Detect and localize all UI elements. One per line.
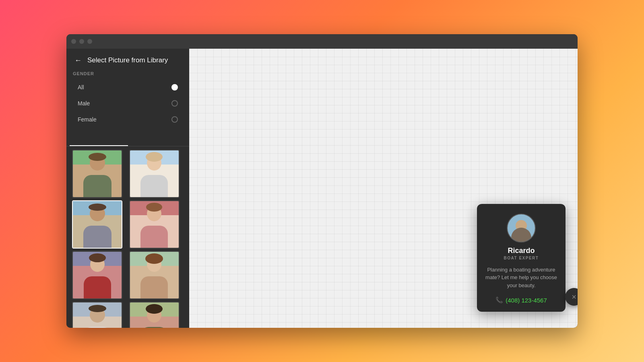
- filter-male-label: Male: [78, 100, 90, 107]
- photo-item-1[interactable]: [72, 150, 122, 198]
- photos-grid: [66, 150, 189, 328]
- back-button[interactable]: ←: [73, 56, 83, 65]
- profile-phone[interactable]: 📞 (408) 123-4567: [495, 296, 547, 304]
- photo-item-5[interactable]: [72, 251, 122, 299]
- photo-item-6[interactable]: [129, 251, 180, 299]
- filter-female[interactable]: Female: [73, 112, 183, 127]
- profile-role: BOAT EXPERT: [504, 256, 539, 260]
- filter-section: GENDER All Male Female: [66, 71, 189, 133]
- sidebar-title: Select Picture from Library: [87, 56, 168, 64]
- title-bar: [66, 34, 578, 49]
- phone-icon: 📞: [495, 296, 503, 304]
- filter-all-label: All: [78, 84, 84, 90]
- close-fab-button[interactable]: ×: [565, 288, 578, 306]
- window-body: ← Select Picture from Library GENDER All…: [66, 49, 578, 328]
- filter-male[interactable]: Male: [73, 96, 183, 111]
- scroll-tab-2[interactable]: [128, 133, 186, 146]
- profile-description: Planning a boating adventure mate? Let m…: [485, 266, 557, 290]
- gender-filter-label: GENDER: [73, 71, 183, 76]
- filter-all-radio[interactable]: [171, 84, 178, 90]
- profile-card: Ricardo BOAT EXPERT Planning a boating a…: [477, 204, 566, 312]
- minimize-traffic-light[interactable]: [79, 39, 84, 44]
- photo-item-4[interactable]: [129, 200, 180, 249]
- phone-number: (408) 123-4567: [506, 297, 547, 304]
- traffic-lights: [71, 39, 92, 44]
- main-content: Ricardo BOAT EXPERT Planning a boating a…: [189, 49, 578, 328]
- scroll-tab-1[interactable]: [70, 133, 128, 146]
- close-traffic-light[interactable]: [71, 39, 76, 44]
- filter-female-radio[interactable]: [171, 116, 178, 123]
- maximize-traffic-light[interactable]: [87, 39, 92, 44]
- filter-all[interactable]: All: [73, 80, 183, 95]
- filter-female-label: Female: [78, 116, 97, 123]
- profile-name: Ricardo: [508, 247, 535, 255]
- profile-avatar: [507, 214, 536, 243]
- photo-item-2[interactable]: [129, 150, 180, 198]
- sidebar-header: ← Select Picture from Library: [66, 49, 189, 71]
- app-window: ← Select Picture from Library GENDER All…: [66, 34, 578, 328]
- photo-item-8[interactable]: [129, 302, 180, 328]
- photo-item-7[interactable]: [72, 302, 122, 328]
- filter-male-radio[interactable]: [171, 100, 178, 107]
- sidebar: ← Select Picture from Library GENDER All…: [66, 49, 189, 328]
- photo-item-3[interactable]: [72, 200, 122, 249]
- scroll-tabs: [66, 133, 189, 146]
